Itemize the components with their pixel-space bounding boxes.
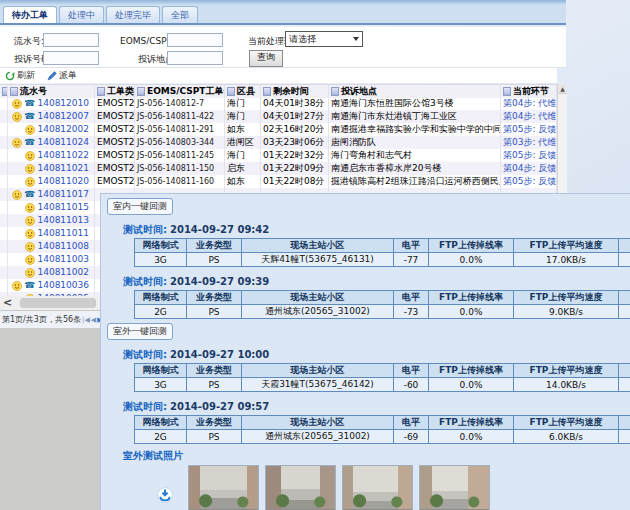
- photos-row: [157, 465, 630, 510]
- smiley-icon: [25, 216, 35, 226]
- smiley-icon: [12, 281, 22, 291]
- smiley-icon: [25, 255, 35, 265]
- serial-link[interactable]: 140811003: [37, 253, 89, 266]
- location-input[interactable]: [167, 51, 223, 65]
- serial-link[interactable]: 140812007: [37, 110, 89, 123]
- serial-link[interactable]: 140811008: [37, 240, 89, 253]
- test-value-cell: [619, 430, 630, 444]
- cell-type: EMOST2: [95, 97, 135, 110]
- serial-link[interactable]: 140811002: [37, 266, 89, 279]
- cell-eoms: JS-056-140811-422: [135, 110, 225, 123]
- serial-input[interactable]: [43, 33, 99, 47]
- test-value-cell: 0.0%: [429, 378, 514, 392]
- serial-link[interactable]: 140810036: [37, 279, 89, 292]
- cell-sel: [0, 188, 8, 201]
- test-value-cell: -73: [394, 305, 429, 319]
- test-value-cell: 3G: [135, 378, 187, 392]
- horizontal-scrollbar[interactable]: <: [0, 296, 100, 310]
- cell-sel: [0, 149, 8, 162]
- serial-cell[interactable]: 140811015: [8, 201, 95, 214]
- table-row[interactable]: ☎140812007EMOST2JS-056-140811-422海门04天01…: [0, 110, 557, 123]
- serial-link[interactable]: 140812002: [37, 123, 89, 136]
- serial-link[interactable]: 140811011: [37, 227, 89, 240]
- cell-sel: [0, 240, 8, 253]
- smiley-icon: [12, 138, 22, 148]
- serial-link[interactable]: 140811024: [37, 136, 89, 149]
- query-button[interactable]: 查询: [249, 50, 283, 67]
- scroll-up-icon[interactable]: ▲: [558, 84, 567, 94]
- tab-3[interactable]: 全部: [162, 6, 198, 23]
- serial-link[interactable]: 140811022: [37, 149, 89, 162]
- first-page-icon[interactable]: |◀: [82, 316, 90, 324]
- sort-icon: [263, 87, 271, 96]
- cell-eoms: JS-056-140811-245: [135, 149, 225, 162]
- serial-link[interactable]: 140811020: [37, 175, 89, 188]
- scrollbar-thumb[interactable]: [20, 298, 96, 308]
- table-row[interactable]: 140811021EMOST2JS-056-140811-150启东01天22时…: [0, 162, 557, 175]
- sort-icon: [97, 87, 105, 96]
- test-column-header: 业务类型: [187, 416, 242, 430]
- test-column-header: 现场主站小区: [242, 291, 394, 305]
- serial-cell[interactable]: ☎140812010: [8, 97, 95, 110]
- test-column-header: FTP上传平均速度: [514, 416, 619, 430]
- serial-cell[interactable]: 140811013: [8, 214, 95, 227]
- prev-page-icon[interactable]: ◀: [91, 316, 96, 324]
- scroll-left-icon[interactable]: <: [3, 296, 12, 310]
- cell-location: 南通海门东恒胜国际公馆3号楼: [329, 97, 501, 110]
- download-icon[interactable]: [157, 487, 173, 503]
- tab-1[interactable]: 处理中: [59, 6, 104, 23]
- outdoor-photo[interactable]: [419, 465, 490, 510]
- serial-cell[interactable]: 140811011: [8, 227, 95, 240]
- serial-cell[interactable]: ☎140812007: [8, 110, 95, 123]
- serial-link[interactable]: 140811015: [37, 201, 89, 214]
- table-row[interactable]: ☎140811024EMOST2JS-056-140803-344港闸区03天2…: [0, 136, 557, 149]
- cell-county: 如东: [225, 175, 261, 188]
- tab-2[interactable]: 处理完毕: [106, 6, 160, 23]
- test-column-header: FTP上传平均速度: [514, 291, 619, 305]
- serial-cell[interactable]: 140811022: [8, 149, 95, 162]
- test-value-cell: PS: [187, 305, 242, 319]
- outdoor-retest-button[interactable]: 室外一键回测: [107, 323, 173, 340]
- serial-cell[interactable]: 140811021: [8, 162, 95, 175]
- refresh-icon: [5, 71, 15, 81]
- smiley-icon: [25, 125, 35, 135]
- serial-cell[interactable]: 140811002: [8, 266, 95, 279]
- smiley-icon: [25, 229, 35, 239]
- outdoor-photo[interactable]: [342, 465, 413, 510]
- cell-remaining: 01天22时32分: [261, 149, 329, 162]
- serial-cell[interactable]: 140811020: [8, 175, 95, 188]
- indoor-retest-button[interactable]: 室内一键回测: [107, 198, 173, 215]
- table-row[interactable]: 140811020EMOST2JS-056-140811-160如东01天22时…: [0, 175, 557, 188]
- table-row[interactable]: ☎140812010EMOST2JS-056-140812-7海门04天01时3…: [0, 97, 557, 110]
- table-row[interactable]: 140811022EMOST2JS-056-140811-245海门01天22时…: [0, 149, 557, 162]
- table-row[interactable]: 140812002EMOST2JS-056-140811-291如东02天16时…: [0, 123, 557, 136]
- test-column-header: F: [619, 416, 630, 430]
- serial-link[interactable]: 140811013: [37, 214, 89, 227]
- test-column-header: F: [619, 364, 630, 378]
- cell-sel: [0, 110, 8, 123]
- test-column-header: 现场主站小区: [242, 416, 394, 430]
- test-table-data-row: 3GPS天霞31幢T(53675_46142)-600.0%14.0KB/s: [135, 378, 630, 392]
- test-value-cell: PS: [187, 253, 242, 267]
- serial-cell[interactable]: ☎140810036: [8, 279, 95, 292]
- serial-cell[interactable]: 140811008: [8, 240, 95, 253]
- serial-cell[interactable]: 140811003: [8, 253, 95, 266]
- eoms-input[interactable]: [167, 33, 223, 47]
- outdoor-photo[interactable]: [188, 465, 259, 510]
- serial-cell[interactable]: ☎140811024: [8, 136, 95, 149]
- tab-0[interactable]: 待办工单: [3, 6, 57, 23]
- phone-input[interactable]: [43, 51, 99, 65]
- test-value-cell: 9.0KB/s: [514, 305, 619, 319]
- dispatch-button[interactable]: 派单: [47, 69, 77, 82]
- serial-link[interactable]: 140811021: [37, 162, 89, 175]
- serial-cell[interactable]: 140812002: [8, 123, 95, 136]
- outdoor-photo[interactable]: [265, 465, 336, 510]
- step-select[interactable]: 请选择: [285, 31, 363, 47]
- cell-eoms: JS-056-140812-7: [135, 97, 225, 110]
- serial-link[interactable]: 140811017: [37, 188, 89, 201]
- serial-link[interactable]: 140812010: [37, 97, 89, 110]
- serial-cell[interactable]: ☎140811017: [8, 188, 95, 201]
- refresh-button[interactable]: 刷新: [5, 69, 35, 82]
- test-time-label: 测试时间:: [123, 349, 167, 360]
- smiley-icon: [25, 268, 35, 278]
